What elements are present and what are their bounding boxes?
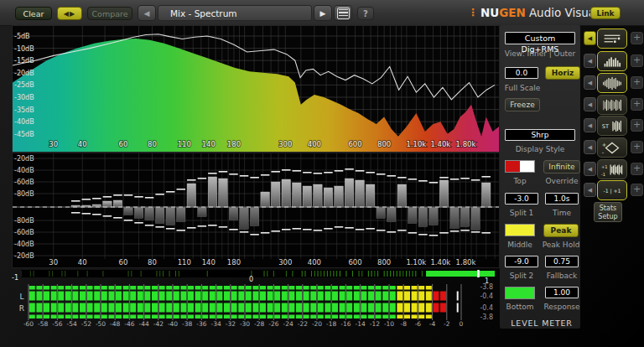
compare-button[interactable]: Compare (87, 7, 132, 20)
svg-text:-58: -58 (38, 320, 48, 328)
module-waveform-expand-arrow[interactable]: ◀ (584, 75, 596, 90)
svg-text:-1: -1 (601, 171, 605, 176)
module-spectrogram-add-button[interactable]: + (631, 98, 643, 111)
module-level-meter-add-button[interactable]: + (631, 32, 643, 44)
svg-text:110: 110 (178, 140, 191, 148)
menu-list-icon (337, 8, 350, 19)
split2-value[interactable]: -9.0 (505, 256, 538, 267)
svg-text:-22: -22 (298, 320, 308, 328)
svg-text:+: + (602, 142, 607, 148)
svg-text:-50: -50 (96, 320, 106, 328)
module-stereo-spectrogram-add-button[interactable]: + (631, 119, 643, 132)
module-stereo-spectrogram-button[interactable]: ST (597, 116, 627, 136)
module-correlation-history-button[interactable]: +1-1 (597, 159, 627, 179)
full-scale-label: Full Scale (501, 84, 543, 92)
full-scale-value[interactable]: 0.0 (505, 67, 538, 79)
svg-text:-16: -16 (340, 320, 351, 328)
preset-list-button[interactable] (334, 5, 352, 21)
module-spectrogram-expand-arrow[interactable]: ◀ (584, 97, 596, 111)
split1-value[interactable]: -3.0 (505, 193, 538, 205)
svg-text:1.40k: 1.40k (430, 140, 450, 148)
help-button[interactable]: ? (357, 7, 374, 20)
module-spectrogram-button[interactable] (597, 95, 627, 115)
split-difference-meter-panel[interactable]: -20dB-40dB-60dB-80dB-80dB-60dB-40dB-20dB… (12, 153, 500, 268)
time-value[interactable]: 1.0s (545, 193, 579, 205)
svg-text:1.10k: 1.10k (406, 140, 426, 148)
module-stereo-spectrogram-expand-arrow[interactable]: ◀ (584, 118, 596, 132)
peak-hold-label: Peak Hold (540, 241, 582, 249)
svg-text:-18: -18 (326, 320, 336, 328)
middle-color-swatch[interactable] (505, 224, 535, 236)
module-correlation-meter-button[interactable]: -1 | +1 (597, 180, 627, 200)
svg-text:40: 40 (78, 140, 87, 148)
bars-icon (600, 54, 625, 70)
svg-text:600: 600 (348, 140, 361, 148)
module-vectorscope-expand-arrow[interactable]: ◀ (584, 140, 596, 154)
svg-text:-20dB: -20dB (14, 155, 34, 163)
svg-text:30: 30 (49, 140, 58, 148)
brand-nu: NU (480, 6, 499, 19)
svg-text:-14: -14 (355, 320, 365, 328)
module-spectrum-add-button[interactable]: + (631, 54, 643, 67)
view-mode-label: View: Inner | Outer (500, 49, 580, 58)
module-level-meter-expand-arrow[interactable]: ◀ (584, 31, 596, 45)
svg-text:-40dB: -40dB (14, 167, 34, 174)
peak-hold-button[interactable]: Peak (543, 224, 579, 237)
correlation-solid-zone (426, 271, 495, 277)
toolbar: Clear ◀▶ Compare ◀ Mix - Spectrum ▶ ? ⋮N… (0, 0, 644, 26)
override-label: Override (542, 177, 582, 185)
svg-text:-60: -60 (23, 320, 34, 328)
module-correlation-history-add-button[interactable]: + (631, 163, 643, 175)
svg-text:300: 300 (278, 258, 292, 267)
stdense-icon: ST (600, 118, 625, 134)
module-vectorscope-add-button[interactable]: + (631, 141, 643, 153)
svg-text:-42: -42 (153, 320, 164, 328)
display-style-value[interactable]: Shrp (505, 129, 575, 141)
svg-text:800: 800 (377, 258, 391, 267)
stats-setup-button[interactable]: Stats Setup (594, 202, 622, 222)
lines-icon (600, 31, 625, 47)
svg-text:0: 0 (460, 320, 464, 328)
split1-label: Split 1 (503, 209, 540, 217)
correlation-strip[interactable] (21, 270, 495, 277)
meter-preset-dropdown[interactable]: Custom Dig+RMS (505, 32, 575, 44)
horiz-button[interactable]: Horiz (545, 66, 580, 80)
svg-text:-10: -10 (384, 320, 394, 328)
svg-text:400: 400 (308, 140, 321, 148)
bottom-color-swatch[interactable] (505, 287, 535, 299)
svg-text:-6: -6 (415, 320, 422, 328)
override-button[interactable]: Infinite (543, 160, 580, 174)
link-button[interactable]: Link (590, 7, 621, 19)
svg-text:-30: -30 (240, 320, 250, 328)
play-icon: ▶ (320, 9, 326, 18)
clear-button[interactable]: Clear (15, 7, 52, 20)
module-waveform-add-button[interactable]: + (631, 76, 643, 89)
freeze-button[interactable]: Freeze (505, 98, 540, 111)
svg-text:-40: -40 (168, 320, 178, 328)
svg-text:-0.4: -0.4 (480, 304, 493, 312)
module-correlation-meter-add-button[interactable]: + (631, 184, 643, 196)
module-spectrum-button[interactable] (597, 51, 627, 71)
preset-next-button[interactable]: ▶ (314, 5, 332, 21)
spectrum-analyzer-panel[interactable]: -5dB-10dB-15dB-20dB-25dB-30dB-35dB-40dB-… (12, 25, 500, 153)
preset-dropdown[interactable]: Mix - Spectrum (158, 5, 312, 21)
svg-text:ST: ST (602, 122, 610, 129)
fallback-value[interactable]: 0.75 (545, 256, 579, 267)
module-spectrum-expand-arrow[interactable]: ◀ (584, 54, 596, 68)
fallback-label: Fallback (543, 272, 580, 280)
svg-text:-20dB: -20dB (14, 252, 34, 260)
module-vectorscope-button[interactable]: +- (597, 137, 627, 158)
svg-text:-3.8: -3.8 (480, 283, 493, 291)
top-color-swatch[interactable] (505, 160, 535, 173)
module-waveform-button[interactable] (597, 73, 627, 93)
swap-ab-button[interactable]: ◀▶ (57, 7, 82, 20)
module-correlation-history-expand-arrow[interactable]: ◀ (584, 162, 596, 176)
module-correlation-meter-expand-arrow[interactable]: ◀ (584, 183, 596, 197)
split2-label: Split 2 (503, 272, 540, 280)
module-level-meter-button[interactable] (597, 28, 627, 49)
display-style-label: Display Style (500, 145, 580, 153)
nugen-logo-dots-icon: ⋮ (468, 7, 478, 18)
response-value[interactable]: 1.00 (545, 287, 579, 298)
svg-text:-15dB: -15dB (14, 57, 34, 65)
preset-prev-button[interactable]: ◀ (138, 5, 156, 21)
